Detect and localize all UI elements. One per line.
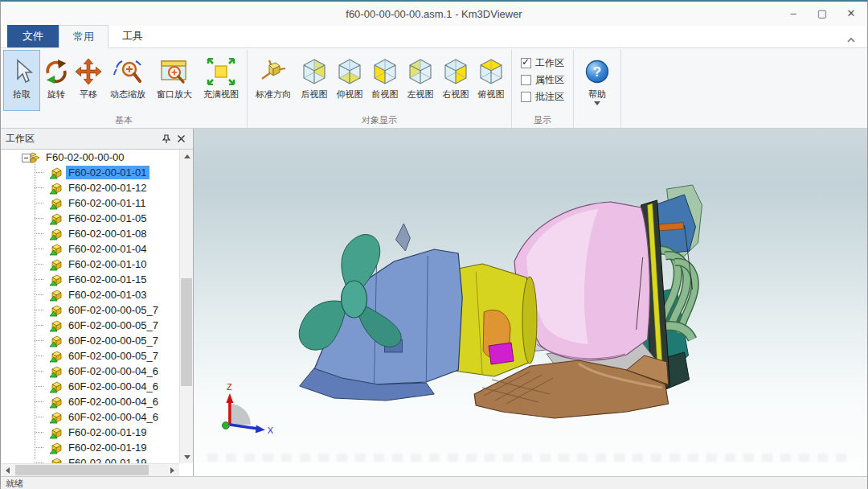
tree-item[interactable]: F60-02-00-01-03 — [1, 287, 179, 302]
vertical-scroll-thumb[interactable] — [181, 278, 192, 386]
window-title: f60-00-00-00-00.asm.1 - Km3DViewer — [1, 8, 867, 20]
svg-text:?: ? — [593, 64, 601, 80]
window-zoom-button[interactable]: 窗口放大 — [151, 50, 198, 111]
checkbox-icon — [521, 92, 531, 102]
workspace-checkbox[interactable]: 工作区 — [521, 55, 564, 72]
properties-checkbox[interactable]: 属性区 — [521, 72, 564, 88]
part-icon — [49, 243, 63, 256]
tree-item[interactable]: 60F-02-00-00-04_6 — [1, 409, 179, 425]
part-icon — [49, 380, 63, 393]
bottom-view-button[interactable]: 仰视图 — [332, 50, 367, 111]
horizontal-scroll-thumb[interactable] — [15, 465, 149, 475]
tree-item[interactable]: F60-02-00-01-04 — [1, 241, 179, 257]
part-icon — [49, 197, 63, 210]
annotations-checkbox[interactable]: 批注区 — [521, 88, 564, 105]
tree-item[interactable]: 60F-02-00-00-04_6 — [1, 394, 179, 409]
status-text: 就绪 — [6, 478, 23, 489]
tree-item[interactable]: F60-02-00-01-11 — [1, 195, 179, 211]
help-button[interactable]: ? 帮助 — [576, 50, 618, 111]
part-icon — [49, 350, 63, 363]
close-panel-icon[interactable] — [174, 132, 188, 146]
axis-z-label: Z — [227, 382, 232, 392]
pan-button[interactable]: 平移 — [72, 50, 104, 111]
top-view-button[interactable]: 俯视图 — [473, 50, 509, 111]
ribbon-group-object-display: 标准方向 后视图 — [248, 50, 512, 128]
front-view-button[interactable]: 前视图 — [367, 50, 403, 111]
cube-left-icon — [404, 55, 436, 88]
part-icon — [49, 426, 63, 439]
tree-item[interactable]: F60-02-00-01-01 — [1, 165, 179, 180]
axis-x-label: X — [268, 425, 274, 435]
pick-button[interactable]: 拾取 — [3, 50, 40, 111]
minimize-icon[interactable]: – — [779, 2, 808, 24]
tree-root-label: F60-02-00-00-00 — [43, 150, 127, 164]
back-view-button[interactable]: 后视图 — [297, 50, 332, 111]
tree-item[interactable]: 60F-02-00-00-04_6 — [1, 364, 179, 379]
vertical-scrollbar[interactable] — [179, 150, 193, 463]
scroll-down-icon[interactable] — [180, 450, 193, 463]
checkbox-icon — [521, 75, 531, 85]
maximize-icon[interactable]: ▢ — [808, 2, 837, 24]
tree-item[interactable]: F60-02-00-01-05 — [1, 211, 179, 226]
ribbon-group-display: 工作区 属性区 批注区 显示 — [512, 50, 574, 128]
ribbon-group-basic: 拾取 旋转 — [1, 50, 248, 128]
rotate-icon — [43, 55, 70, 88]
tree-item[interactable]: F60-02-00-01-19 — [1, 455, 179, 463]
tab-tools[interactable]: 工具 — [108, 25, 157, 47]
fit-view-icon — [207, 55, 235, 88]
tree-item[interactable]: F60-02-00-01-08 — [1, 226, 179, 241]
tree-item[interactable]: 60F-02-00-00-04_6 — [1, 379, 179, 394]
tree-item[interactable]: 60F-02-00-00-05_7 — [1, 333, 179, 348]
scroll-up-icon[interactable] — [180, 150, 193, 162]
ribbon-group-help: ? 帮助 — [574, 50, 621, 128]
cube-bottom-icon — [334, 55, 366, 88]
pin-icon[interactable] — [159, 132, 174, 146]
window-controls: – ▢ ✕ — [779, 2, 866, 24]
tree-item[interactable]: 60F-02-00-00-05_7 — [1, 318, 179, 333]
part-icon — [49, 335, 63, 347]
rotate-button[interactable]: 旋转 — [40, 50, 72, 111]
tree-children: F60-02-00-01-01 F60-02-00-01-12 F60-02-0… — [1, 165, 179, 463]
part-icon — [49, 457, 63, 464]
help-icon: ? — [584, 55, 610, 88]
collapse-expander-icon[interactable] — [22, 153, 31, 165]
part-icon — [49, 365, 63, 378]
tree-root[interactable]: F60-02-00-00-00 — [1, 150, 179, 165]
tree-item[interactable]: F60-02-00-01-19 — [1, 440, 179, 455]
title-bar: f60-00-00-00-00.asm.1 - Km3DViewer – ▢ ✕ — [1, 2, 867, 26]
part-icon — [49, 396, 63, 409]
left-view-button[interactable]: 左视图 — [403, 50, 438, 111]
scroll-right-icon[interactable] — [166, 464, 179, 476]
main-area: 工作区 — [1, 129, 867, 476]
right-view-button[interactable]: 右视图 — [438, 50, 473, 111]
tree-item[interactable]: F60-02-00-01-15 — [1, 272, 179, 287]
tree-item[interactable]: F60-02-00-01-12 — [1, 180, 179, 195]
ribbon: 拾取 旋转 — [1, 48, 867, 129]
scroll-left-icon[interactable] — [1, 464, 14, 477]
tab-home[interactable]: 常用 — [59, 25, 108, 48]
orientation-icon — [258, 55, 289, 88]
collapse-ribbon-icon[interactable] — [846, 32, 856, 39]
part-icon — [49, 442, 63, 454]
cube-front-icon — [369, 55, 401, 88]
horizontal-scrollbar[interactable] — [1, 463, 179, 476]
tree-item[interactable]: F60-02-00-01-19 — [1, 425, 179, 440]
app-window: f60-00-00-00-00.asm.1 - Km3DViewer – ▢ ✕… — [0, 0, 868, 489]
zoom-dynamic-icon — [112, 55, 144, 88]
tree-item[interactable]: 60F-02-00-00-05_7 — [1, 348, 179, 364]
tree-item[interactable]: F60-02-00-01-10 — [1, 257, 179, 272]
pan-icon — [75, 55, 102, 88]
viewport-3d[interactable]: Z X — [194, 129, 867, 476]
part-icon — [49, 411, 63, 424]
ribbon-tab-row: 文件 常用 工具 — [1, 26, 867, 48]
group-label-object-display: 对象显示 — [250, 113, 509, 128]
close-icon[interactable]: ✕ — [837, 2, 866, 24]
tab-file[interactable]: 文件 — [7, 25, 59, 47]
workspace-panel-title: 工作区 — [6, 132, 159, 146]
fit-view-button[interactable]: 充满视图 — [198, 50, 244, 111]
tree-item[interactable]: 60F-02-00-00-05_7 — [1, 302, 179, 318]
standard-orientation-button[interactable]: 标准方向 — [250, 50, 297, 111]
part-icon — [49, 212, 63, 225]
dynamic-zoom-button[interactable]: 动态缩放 — [104, 50, 151, 111]
3d-model: Z X — [194, 129, 867, 476]
